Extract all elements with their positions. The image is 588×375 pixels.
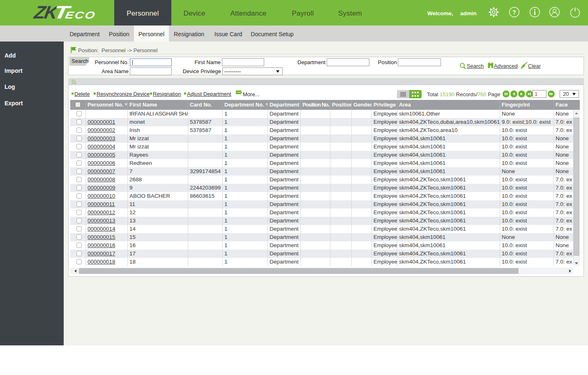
svg-text:?: ?	[512, 9, 516, 16]
